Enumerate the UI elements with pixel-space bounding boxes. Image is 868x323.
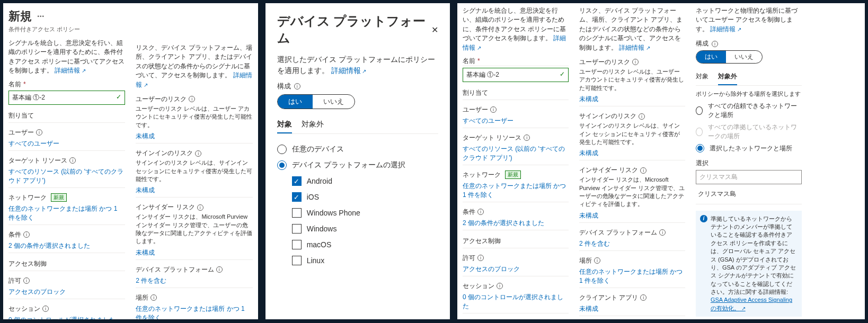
insider-risk-value[interactable]: 未構成 <box>136 247 252 260</box>
name-input[interactable]: 基本編 ①-2 <box>8 91 125 105</box>
new-badge: 新規 <box>51 193 67 202</box>
checkbox-icon <box>292 256 302 265</box>
access-control-header: アクセス制御 <box>8 259 125 271</box>
checkbox-windows-phone[interactable]: Windows Phone <box>292 205 438 221</box>
info-icon[interactable]: i <box>477 255 484 261</box>
signin-risk-value[interactable]: 未構成 <box>579 148 685 160</box>
tab-exclude[interactable]: 対象外 <box>718 69 737 85</box>
user-risk-value[interactable]: 未構成 <box>136 131 252 143</box>
info-icon[interactable]: i <box>294 83 300 89</box>
device-platform-value[interactable]: 2 件を含む <box>136 275 252 288</box>
learn-more-link[interactable]: 詳細情報 <box>710 25 741 33</box>
radio-all-trusted[interactable]: すべての信頼できるネットワークと場所 <box>696 100 802 121</box>
conditions-value[interactable]: 2 個の条件が選択されました <box>8 240 125 253</box>
toggle-yes[interactable]: はい <box>278 95 313 109</box>
target-value[interactable]: すべてのリソース (以前の 'すべてのクラウド アプリ') <box>463 143 569 165</box>
session-value[interactable]: 0 個のコントロールが選択されました <box>8 315 125 319</box>
configure-toggle[interactable]: はい いいえ <box>696 50 763 64</box>
close-icon[interactable]: ✕ <box>431 25 438 35</box>
network-value[interactable]: 任意のネットワークまたは場所 かつ 1 件を除く <box>8 203 125 225</box>
network-label: ネットワーク <box>8 193 47 202</box>
panel-new-policy-1: 新規 ··· 条件付きアクセス ポリシー シグナルを統合し、意思決定を行い、組織… <box>3 3 258 319</box>
radio-icon <box>696 128 703 136</box>
info-icon[interactable]: i <box>189 96 195 102</box>
users-value[interactable]: すべてのユーザー <box>8 138 125 151</box>
insider-risk-desc: インサイダー リスクは、Microsoft Purview インサイダー リスク… <box>579 176 685 209</box>
gsa-link[interactable]: GSA Adaptive Access Signaling の有効化。 <box>711 297 792 311</box>
network-value[interactable]: 任意のネットワークまたは場所 かつ 1 件を除く <box>463 181 569 202</box>
info-icon[interactable]: i <box>524 134 530 141</box>
conditions-intro: リスク、デバイス プラットフォーム、場所、クライアント アプリ、またはデバイスの… <box>136 43 252 89</box>
user-risk-label: ユーザーのリスク <box>136 95 187 104</box>
name-input[interactable]: 基本編 ①-2 <box>463 68 569 82</box>
users-value[interactable]: すべてのユーザー <box>463 115 569 128</box>
checkbox-ios[interactable]: iOS <box>292 189 438 205</box>
info-icon[interactable]: i <box>632 59 639 65</box>
radio-selected-locations[interactable]: 選択したネットワークと場所 <box>696 142 802 155</box>
location-label: 場所 <box>136 293 148 302</box>
info-icon[interactable]: i <box>497 283 503 289</box>
radio-select-platforms[interactable]: デバイス プラットフォームの選択 <box>277 157 438 173</box>
panel-device-platforms: デバイス プラットフォーム ✕ 選択したデバイス プラットフォームにポリシーを適… <box>265 3 450 319</box>
insider-risk-value[interactable]: 未構成 <box>579 210 685 223</box>
conditions-value[interactable]: 2 個の条件が選択されました <box>463 218 569 230</box>
info-icon[interactable]: i <box>69 157 76 164</box>
radio-any-device[interactable]: 任意のデバイス <box>277 141 438 157</box>
info-icon[interactable]: i <box>477 209 484 215</box>
more-icon[interactable]: ··· <box>37 12 44 21</box>
user-risk-label: ユーザーのリスク <box>579 58 630 67</box>
grant-value[interactable]: アクセスのブロック <box>8 286 125 299</box>
signin-risk-label: サインインのリスク <box>579 112 636 121</box>
signin-risk-value[interactable]: 未構成 <box>136 185 252 198</box>
radio-icon <box>277 160 287 170</box>
info-icon[interactable]: i <box>36 129 42 136</box>
session-value[interactable]: 0 個のコントロールが選択されました <box>463 292 569 313</box>
info-icon[interactable]: i <box>195 150 201 157</box>
configure-label: 構成 <box>277 82 291 91</box>
toggle-no[interactable]: いいえ <box>313 95 355 109</box>
device-platform-value[interactable]: 2 件を含む <box>579 238 685 251</box>
toggle-no[interactable]: いいえ <box>726 51 762 63</box>
info-icon[interactable]: i <box>23 231 30 238</box>
info-icon[interactable]: i <box>594 257 600 264</box>
checkbox-android[interactable]: Android <box>292 173 438 189</box>
info-icon[interactable]: i <box>659 229 666 236</box>
location-value[interactable]: 任意のネットワークまたは場所 かつ 1 件を除く <box>136 303 252 319</box>
radio-icon <box>277 145 287 154</box>
select-label: 選択 <box>696 159 802 168</box>
network-label: ネットワーク <box>463 171 501 180</box>
info-icon[interactable]: i <box>640 167 646 174</box>
info-icon[interactable]: i <box>197 204 203 211</box>
target-value[interactable]: すべてのリソース (以前の 'すべてのクラウド アプリ') <box>8 166 125 188</box>
selected-location-item[interactable]: クリスマス島 <box>696 184 802 204</box>
location-picker[interactable]: クリスマス島 <box>696 170 802 184</box>
info-icon[interactable]: i <box>42 306 49 312</box>
checkbox-linux[interactable]: Linux <box>292 253 438 268</box>
info-icon[interactable]: i <box>639 113 645 120</box>
grant-value[interactable]: アクセスのブロック <box>463 264 569 276</box>
configure-toggle[interactable]: はい いいえ <box>277 94 355 109</box>
info-icon[interactable]: i <box>216 266 223 273</box>
device-platform-label: デバイス プラットフォーム <box>136 265 214 274</box>
target-label: ターゲット リソース <box>8 156 67 165</box>
client-apps-value[interactable]: 未構成 <box>579 303 685 316</box>
info-icon[interactable]: i <box>150 294 157 301</box>
learn-more-link[interactable]: 詳細情報 <box>55 67 86 74</box>
tab-include[interactable]: 対象 <box>696 69 708 85</box>
info-icon[interactable]: i <box>712 41 718 47</box>
location-value[interactable]: 任意のネットワークまたは場所 かつ 1 件を除く <box>579 266 685 288</box>
checkbox-windows[interactable]: Windows <box>292 221 438 237</box>
tab-include[interactable]: 対象 <box>277 116 292 133</box>
user-risk-value[interactable]: 未構成 <box>579 94 685 106</box>
info-icon[interactable]: i <box>490 106 497 113</box>
session-label: セッション <box>8 304 40 313</box>
info-icon[interactable]: i <box>640 294 646 301</box>
learn-more-link[interactable]: 詳細情報 <box>619 44 650 51</box>
learn-more-link[interactable]: 詳細情報 <box>331 66 367 75</box>
toggle-yes[interactable]: はい <box>696 51 726 63</box>
info-icon[interactable]: i <box>23 277 30 284</box>
user-risk-desc: ユーザーのリスク レベルは、ユーザー アカウントにセキュリティ侵害が発生した可能… <box>136 105 252 129</box>
tab-exclude[interactable]: 対象外 <box>302 116 324 133</box>
checkbox-macos[interactable]: macOS <box>292 237 438 253</box>
blade-title: デバイス プラットフォーム <box>277 13 431 47</box>
